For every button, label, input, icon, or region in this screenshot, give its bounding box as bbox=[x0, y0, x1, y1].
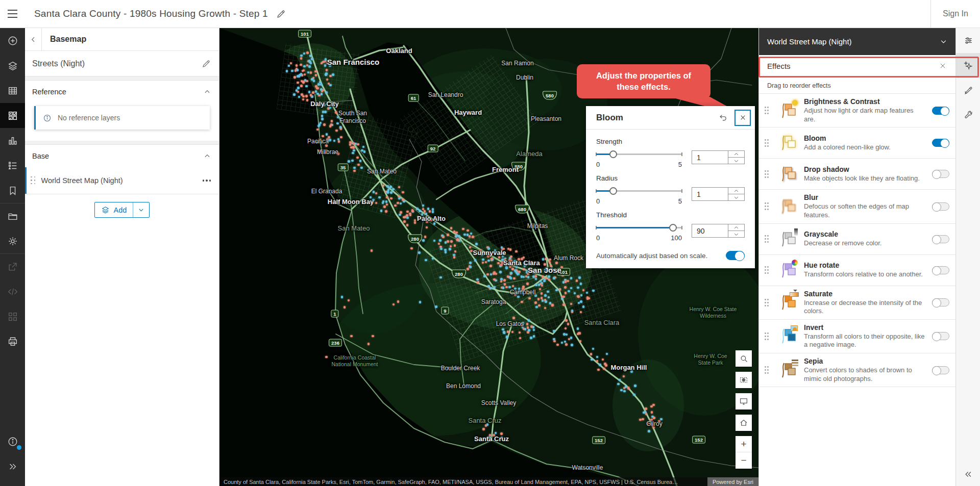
housing-point bbox=[511, 331, 514, 334]
effect-row[interactable]: Brightness & ContrastAdjust how light or… bbox=[759, 93, 955, 127]
drag-handle-icon[interactable] bbox=[761, 139, 772, 147]
map-display-button[interactable] bbox=[736, 393, 752, 410]
stepper-up-icon[interactable] bbox=[728, 224, 744, 231]
stepper-down-icon[interactable] bbox=[728, 194, 744, 200]
effects-sparkle-icon[interactable] bbox=[956, 53, 980, 78]
effect-toggle[interactable] bbox=[932, 107, 949, 115]
help-info-icon[interactable] bbox=[0, 429, 25, 454]
drag-handle-icon[interactable] bbox=[31, 176, 36, 185]
settings-gear-icon[interactable] bbox=[0, 228, 25, 253]
add-layer-icon[interactable] bbox=[0, 28, 25, 53]
style-select-header[interactable]: World Street Map (Night) bbox=[759, 28, 955, 55]
edit-title-pencil-icon[interactable] bbox=[276, 9, 286, 19]
effect-row[interactable]: BlurDefocus or soften the edges of map f… bbox=[759, 190, 955, 223]
housing-point bbox=[653, 417, 655, 419]
housing-point bbox=[533, 335, 535, 338]
zoom-out-button[interactable]: − bbox=[736, 452, 752, 469]
map-extent-button[interactable] bbox=[736, 372, 752, 388]
layer-options-icon[interactable] bbox=[202, 176, 212, 185]
drag-handle-icon[interactable] bbox=[761, 170, 772, 178]
close-button[interactable] bbox=[734, 110, 751, 126]
slider-track[interactable] bbox=[596, 150, 682, 158]
close-effects-icon[interactable] bbox=[937, 60, 948, 71]
tables-icon[interactable] bbox=[0, 78, 25, 103]
housing-point bbox=[603, 368, 605, 370]
effect-row[interactable]: Hue rotateTransform colors relative to o… bbox=[759, 255, 955, 286]
stepper-down-icon[interactable] bbox=[728, 231, 744, 237]
zoom-in-button[interactable]: + bbox=[736, 436, 752, 452]
slider-track[interactable] bbox=[596, 224, 682, 231]
charts-icon[interactable] bbox=[0, 128, 25, 153]
housing-point bbox=[323, 123, 326, 126]
reference-section-header[interactable]: Reference bbox=[25, 81, 219, 103]
style-brush-icon[interactable] bbox=[956, 78, 980, 103]
drag-handle-icon[interactable] bbox=[761, 235, 772, 243]
reset-icon[interactable] bbox=[716, 110, 730, 125]
housing-point bbox=[504, 283, 506, 286]
housing-point bbox=[582, 289, 585, 292]
effect-row[interactable]: SaturateIncrease or decrease the intensi… bbox=[759, 286, 955, 320]
sign-in-button[interactable]: Sign In bbox=[931, 9, 980, 18]
basemap-icon[interactable] bbox=[0, 103, 25, 128]
legend-icon[interactable] bbox=[0, 153, 25, 178]
drag-handle-icon[interactable] bbox=[761, 332, 772, 341]
slider-track[interactable] bbox=[596, 187, 682, 194]
housing-point bbox=[400, 211, 402, 214]
layers-icon[interactable] bbox=[0, 53, 25, 78]
effect-description: Decrease or remove color. bbox=[804, 239, 926, 248]
effect-toggle[interactable] bbox=[932, 332, 949, 340]
slider-handle[interactable] bbox=[609, 150, 617, 158]
base-section-header[interactable]: Base bbox=[25, 145, 219, 167]
effect-row[interactable]: GrayscaleDecrease or remove color. bbox=[759, 224, 955, 255]
effect-row[interactable]: BloomAdd a colored neon-like glow. bbox=[759, 127, 955, 159]
slider-handle[interactable] bbox=[669, 224, 677, 232]
collapse-strip-icon[interactable] bbox=[956, 470, 980, 479]
value-input[interactable]: 1 bbox=[692, 150, 745, 164]
stepper-up-icon[interactable] bbox=[728, 151, 744, 158]
effect-row[interactable]: Drop shadowMake objects look like they a… bbox=[759, 159, 955, 190]
drag-handle-icon[interactable] bbox=[761, 106, 772, 115]
base-layer-row[interactable]: World Street Map (Night) bbox=[25, 167, 219, 194]
housing-point bbox=[530, 292, 532, 295]
effect-toggle[interactable] bbox=[932, 139, 949, 147]
housing-point bbox=[500, 280, 503, 283]
value-input[interactable]: 1 bbox=[692, 187, 745, 201]
effect-toggle[interactable] bbox=[932, 266, 949, 274]
effect-toggle[interactable] bbox=[932, 366, 949, 374]
properties-sliders-icon[interactable] bbox=[956, 28, 980, 53]
housing-point bbox=[642, 418, 644, 421]
effect-toggle[interactable] bbox=[932, 298, 949, 306]
expand-rail-icon[interactable] bbox=[0, 454, 25, 479]
auto-adjust-toggle[interactable] bbox=[726, 251, 745, 260]
housing-point bbox=[385, 210, 387, 213]
housing-point bbox=[462, 228, 464, 231]
map-search-button[interactable] bbox=[736, 350, 752, 367]
housing-point bbox=[445, 251, 447, 253]
stepper-up-icon[interactable] bbox=[728, 188, 744, 194]
effect-toggle[interactable] bbox=[932, 202, 949, 211]
drag-handle-icon[interactable] bbox=[761, 202, 772, 211]
stepper-down-icon[interactable] bbox=[728, 158, 744, 164]
edit-style-pencil-icon[interactable] bbox=[202, 59, 211, 68]
folder-icon[interactable] bbox=[0, 203, 25, 228]
effect-toggle[interactable] bbox=[932, 235, 949, 243]
drag-handle-icon[interactable] bbox=[761, 266, 772, 274]
slider-handle[interactable] bbox=[609, 187, 617, 195]
bookmarks-icon[interactable] bbox=[0, 178, 25, 203]
effect-toggle[interactable] bbox=[932, 170, 949, 178]
effect-row[interactable]: InvertTransform all colors to their oppo… bbox=[759, 320, 955, 353]
drag-handle-icon[interactable] bbox=[761, 366, 772, 374]
print-icon[interactable] bbox=[0, 329, 25, 354]
drag-handle-icon[interactable] bbox=[761, 298, 772, 307]
housing-point bbox=[542, 299, 544, 302]
effect-row[interactable]: SepiaConvert colors to shades of brown t… bbox=[759, 353, 955, 387]
add-layer-button[interactable]: Add bbox=[94, 202, 150, 218]
wrench-icon[interactable] bbox=[956, 103, 980, 128]
housing-point bbox=[623, 375, 625, 378]
back-chevron-icon[interactable] bbox=[25, 28, 42, 50]
value-input[interactable]: 90 bbox=[692, 224, 745, 238]
housing-point bbox=[543, 280, 546, 283]
map-home-button[interactable] bbox=[736, 415, 752, 431]
chevron-down-icon[interactable] bbox=[133, 207, 149, 213]
hamburger-menu-icon[interactable] bbox=[0, 0, 25, 28]
